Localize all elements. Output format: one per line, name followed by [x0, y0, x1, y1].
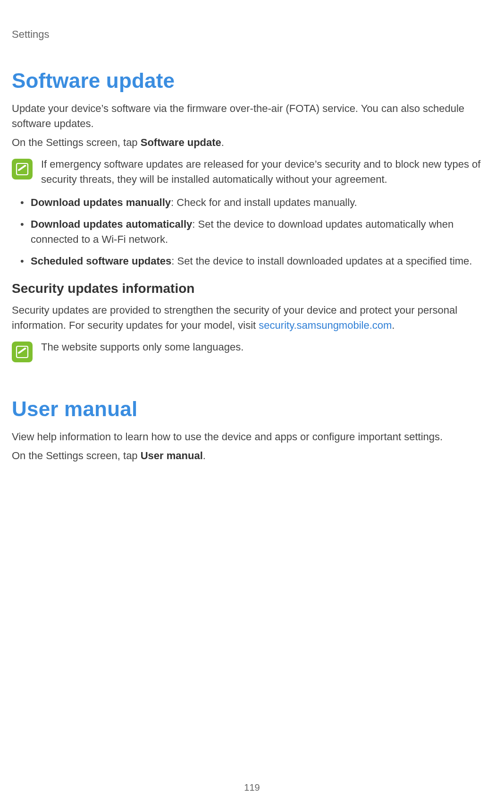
security-updates-heading: Security updates information	[12, 281, 492, 296]
nav-suffix: .	[221, 137, 224, 148]
nav-prefix: On the Settings screen, tap	[12, 450, 141, 462]
note-icon	[12, 159, 33, 179]
software-update-intro: Update your device’s software via the fi…	[12, 101, 492, 131]
manual-page: Settings Software update Update your dev…	[0, 0, 504, 812]
breadcrumb: Settings	[12, 28, 492, 41]
software-update-nav: On the Settings screen, tap Software upd…	[12, 135, 492, 150]
list-item: Download updates automatically: Set the …	[12, 217, 492, 247]
list-item: Scheduled software updates: Set the devi…	[12, 254, 492, 269]
page-number: 119	[0, 782, 504, 793]
note-text: The website supports only some languages…	[41, 340, 244, 355]
svg-rect-0	[17, 163, 28, 175]
security-link[interactable]: security.samsungmobile.com	[259, 319, 392, 331]
user-manual-intro: View help information to learn how to us…	[12, 429, 492, 444]
nav-prefix: On the Settings screen, tap	[12, 137, 141, 148]
svg-rect-1	[17, 346, 28, 358]
bullet-desc: : Check for and install updates manually…	[171, 197, 357, 208]
nav-bold: User manual	[141, 450, 203, 462]
nav-suffix: .	[203, 450, 206, 462]
bullet-label: Download updates manually	[31, 197, 171, 208]
bullet-label: Download updates automatically	[31, 218, 192, 230]
user-manual-title: User manual	[12, 397, 492, 421]
nav-bold: Software update	[141, 137, 221, 148]
note-text: If emergency software updates are releas…	[41, 157, 492, 187]
bullet-desc: : Set the device to install downloaded u…	[171, 255, 472, 267]
note-website-languages: The website supports only some languages…	[12, 340, 492, 362]
bullet-label: Scheduled software updates	[31, 255, 171, 267]
security-updates-text: Security updates are provided to strengt…	[12, 303, 492, 333]
note-icon	[12, 342, 33, 362]
user-manual-nav: On the Settings screen, tap User manual.	[12, 448, 492, 463]
note-emergency-updates: If emergency software updates are releas…	[12, 157, 492, 187]
list-item: Download updates manually: Check for and…	[12, 195, 492, 210]
software-update-title: Software update	[12, 69, 492, 93]
software-update-bullets: Download updates manually: Check for and…	[12, 195, 492, 269]
security-text-suffix: .	[392, 319, 395, 331]
